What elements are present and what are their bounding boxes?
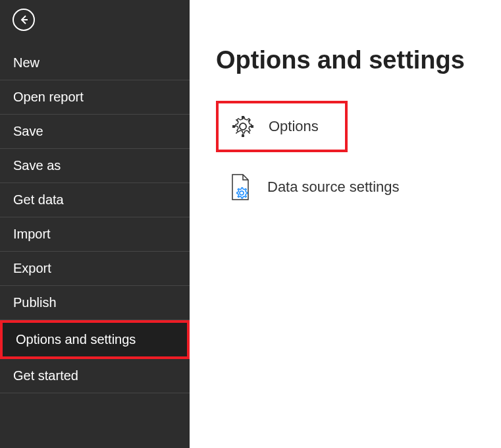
- back-arrow-icon: [13, 9, 35, 31]
- gear-icon: [229, 113, 257, 140]
- back-button[interactable]: [12, 8, 36, 32]
- menu-item-label: Save as: [13, 158, 61, 173]
- menu-item-import[interactable]: Import: [0, 217, 190, 252]
- option-label: Options: [269, 118, 319, 135]
- options-button[interactable]: Options: [216, 101, 348, 152]
- data-source-settings-button[interactable]: Data source settings: [216, 165, 475, 209]
- menu-item-label: Publish: [13, 295, 57, 310]
- menu-item-label: Get data: [13, 192, 64, 207]
- menu-item-new[interactable]: New: [0, 46, 190, 80]
- menu-item-label: New: [13, 55, 40, 70]
- menu-item-save[interactable]: Save: [0, 115, 190, 149]
- menu-item-label: Import: [13, 227, 51, 241]
- menu-item-options-settings[interactable]: Options and settings: [0, 320, 190, 359]
- menu-item-open-report[interactable]: Open report: [0, 80, 190, 115]
- menu-item-export[interactable]: Export: [0, 252, 190, 286]
- menu-item-label: Open report: [13, 90, 84, 104]
- content-panel: Options and settings Options: [190, 0, 501, 448]
- menu-item-label: Get started: [13, 368, 78, 383]
- menu-item-get-data[interactable]: Get data: [0, 183, 190, 217]
- option-label: Data source settings: [267, 179, 400, 196]
- menu-item-label: Options and settings: [16, 332, 136, 347]
- menu-item-label: Export: [13, 261, 51, 275]
- page-title: Options and settings: [216, 46, 475, 74]
- svg-point-2: [240, 123, 246, 130]
- menu-item-publish[interactable]: Publish: [0, 286, 190, 320]
- svg-point-3: [240, 191, 244, 195]
- menu-item-label: Save: [13, 124, 43, 138]
- sidebar: New Open report Save Save as Get data Im…: [0, 0, 190, 448]
- menu-item-save-as[interactable]: Save as: [0, 149, 190, 183]
- file-gear-icon: [226, 173, 254, 201]
- menu-item-get-started[interactable]: Get started: [0, 359, 190, 393]
